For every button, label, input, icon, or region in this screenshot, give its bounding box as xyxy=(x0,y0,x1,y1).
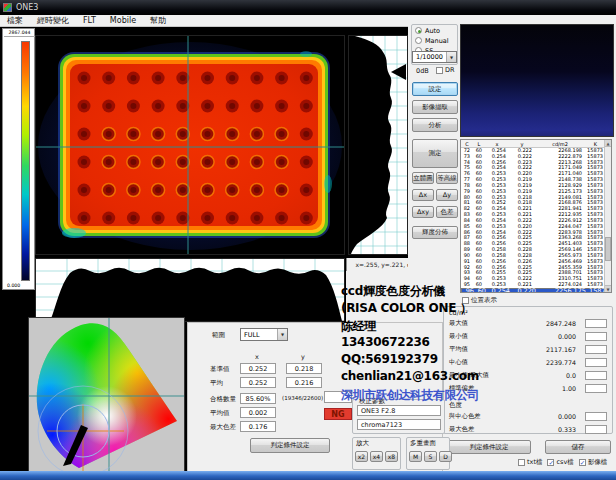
shutter-select[interactable]: 1/10000▼ xyxy=(412,51,457,63)
save-option-checkbox[interactable]: ✓影像檔 xyxy=(579,458,608,467)
average-x-field[interactable]: 0.252 xyxy=(240,377,276,388)
chevron-down-icon: ▼ xyxy=(277,329,287,340)
stat-threshold-input[interactable] xyxy=(585,345,607,354)
stat-threshold-input[interactable] xyxy=(585,425,607,434)
cie-chromaticity-diagram[interactable] xyxy=(28,317,185,477)
avg-diff-label: 平均值 xyxy=(210,409,230,418)
menu-item[interactable]: 檔案 xyxy=(0,15,30,26)
window-title: ONE3 xyxy=(16,3,38,12)
save-button[interactable]: 儲存 xyxy=(545,440,611,454)
scale-min-value: 0.000 xyxy=(4,283,30,288)
capture-button[interactable]: 影像擷取 xyxy=(412,100,458,114)
menu-item[interactable]: 幫助 xyxy=(143,15,173,26)
dr-checkbox[interactable]: DR xyxy=(436,66,455,74)
save-options: txt檔✓csv檔✓影像檔 xyxy=(518,458,614,467)
table-body: 72600.2540.2222268.1981587373600.2540.22… xyxy=(461,148,611,288)
zoom-x2-button[interactable]: x2 xyxy=(355,451,368,462)
save-option-checkbox[interactable]: ✓csv檔 xyxy=(547,458,573,467)
stat-row: 最小值/最大值 0.0 xyxy=(444,369,612,382)
delta-xy-button[interactable]: Δxy xyxy=(412,206,434,218)
menu-item[interactable]: Mobile xyxy=(103,16,143,25)
average-label: 平均 xyxy=(210,379,223,388)
checkbox-icon xyxy=(518,459,525,466)
title-bar[interactable]: ONE3 xyxy=(0,0,616,15)
scrollbar-thumb xyxy=(605,237,611,261)
delta-y-button[interactable]: Δy xyxy=(436,189,458,201)
color-diff-button[interactable]: 色差 xyxy=(436,206,458,218)
color-scale-bar xyxy=(21,41,30,281)
analyze-button[interactable]: 分析 xyxy=(412,118,458,132)
col-y-header: y xyxy=(301,353,305,361)
checkbox-icon: ✓ xyxy=(547,459,554,466)
col-x-header: x xyxy=(255,353,259,361)
contour-button[interactable]: 等高線 xyxy=(436,172,458,184)
save-option-checkbox[interactable]: txt檔 xyxy=(518,458,542,467)
table-scrollbar[interactable]: ▲ ▼ xyxy=(604,140,611,292)
pass-count-detail: (19346/22600) xyxy=(282,395,323,401)
app-window: ONE3 檔案經時變化FLTMobile幫助 2867.044 0.000 xyxy=(0,0,616,480)
exposure-mode-radio[interactable]: Auto xyxy=(415,26,457,35)
judge-condition-button[interactable]: 判定條件設定 xyxy=(447,440,531,454)
stat-row: 中心值 2239.774 xyxy=(444,356,612,369)
gain-label: 0dB xyxy=(416,67,429,75)
stereo-button[interactable]: 立體圖 xyxy=(412,172,434,184)
chroma-rows: 與中心色差 0.000 最大色差 0.333 xyxy=(444,410,612,436)
stat-row: 標準偏差 1.00 xyxy=(444,382,612,395)
chevron-down-icon: ▼ xyxy=(446,52,456,62)
camera-preview[interactable] xyxy=(460,24,614,137)
average-y-field[interactable]: 0.216 xyxy=(286,377,322,388)
menu-item[interactable]: FLT xyxy=(76,16,103,25)
stat-row: 最大色差 0.333 xyxy=(444,423,612,436)
menu-item[interactable]: 經時變化 xyxy=(30,15,76,26)
zoom-x8-button[interactable]: x8 xyxy=(385,451,398,462)
chroma-profile-field[interactable]: chroma7123 xyxy=(357,419,441,430)
multiview-label: 多重畫面 xyxy=(410,439,436,448)
stat-threshold-input[interactable] xyxy=(585,332,607,341)
max-diff-field: 0.176 xyxy=(240,421,276,432)
calibration-group: 校正參數 ONE3 F2.8 chroma7123 xyxy=(352,399,445,434)
table-row[interactable]: 96600.2540.2202256.17515873 xyxy=(461,288,611,293)
vertical-profile-plot xyxy=(348,35,408,255)
reference-label: 基準值 xyxy=(210,365,230,374)
reference-y-field[interactable]: 0.218 xyxy=(286,363,322,374)
zoom-group: 放大 x2x4x8 xyxy=(352,437,401,470)
stat-row: 與中心色差 0.000 xyxy=(444,410,612,423)
delta-x-button[interactable]: Δx xyxy=(412,189,434,201)
scroll-down-icon: ▼ xyxy=(605,285,611,292)
range-select[interactable]: FULL▼ xyxy=(240,328,288,341)
multiview-M-button[interactable]: M xyxy=(409,451,422,462)
measure-button[interactable]: 測定 xyxy=(412,139,458,168)
stat-row: 平均值 2117.167 xyxy=(444,343,612,356)
multiview-S-button[interactable]: S xyxy=(424,451,437,462)
measurement-table[interactable]: CLxycd/m2K 72600.2540.2222268.1981587373… xyxy=(460,139,612,293)
lens-field[interactable]: ONE3 F2.8 xyxy=(357,405,441,416)
stat-threshold-input[interactable] xyxy=(585,358,607,367)
exposure-mode-radio[interactable]: Manual xyxy=(415,36,457,45)
judge-condition-button-mid[interactable]: 判定條件設定 xyxy=(250,438,330,453)
luminance-dist-button[interactable]: 輝度分佈 xyxy=(412,226,458,239)
checkbox-icon: ✓ xyxy=(579,459,586,466)
scale-max-value: 2867.044 xyxy=(4,30,35,37)
stats-rows: 最大值 2847.248 最小值 0.000 平均值 2117.167 中心值 … xyxy=(444,317,612,395)
stats-group: cd/m² 最大值 2847.248 最小值 0.000 平均值 2117.16… xyxy=(443,306,613,434)
stat-threshold-input[interactable] xyxy=(585,319,607,328)
luminance-image[interactable] xyxy=(35,35,345,255)
max-diff-label: 最大色差 xyxy=(210,423,236,432)
position-display-checkbox[interactable]: 位置表示 xyxy=(462,296,497,305)
app-icon xyxy=(3,3,12,12)
zoom-x4-button[interactable]: x4 xyxy=(370,451,383,462)
stat-threshold-input[interactable] xyxy=(585,384,607,393)
horizontal-profile-plot xyxy=(35,258,345,322)
chromaticity-result-panel: 範圍 FULL▼ x y 基準值 0.252 0.218 平均 0.252 0.… xyxy=(187,322,443,472)
stat-threshold-input[interactable] xyxy=(585,371,607,380)
multiview-group: 多重畫面 MSD xyxy=(406,437,450,470)
pass-count-label: 合格數量 xyxy=(210,395,236,404)
stat-threshold-input[interactable] xyxy=(585,412,607,421)
range-label: 範圍 xyxy=(212,331,225,340)
zoom-label: 放大 xyxy=(356,439,369,448)
multiview-D-button[interactable]: D xyxy=(439,451,452,462)
stats-unit-label: cd/m² xyxy=(444,307,612,317)
stat-row: 最大值 2847.248 xyxy=(444,317,612,330)
set-button[interactable]: 設定 xyxy=(412,82,458,96)
reference-x-field[interactable]: 0.252 xyxy=(240,363,276,374)
